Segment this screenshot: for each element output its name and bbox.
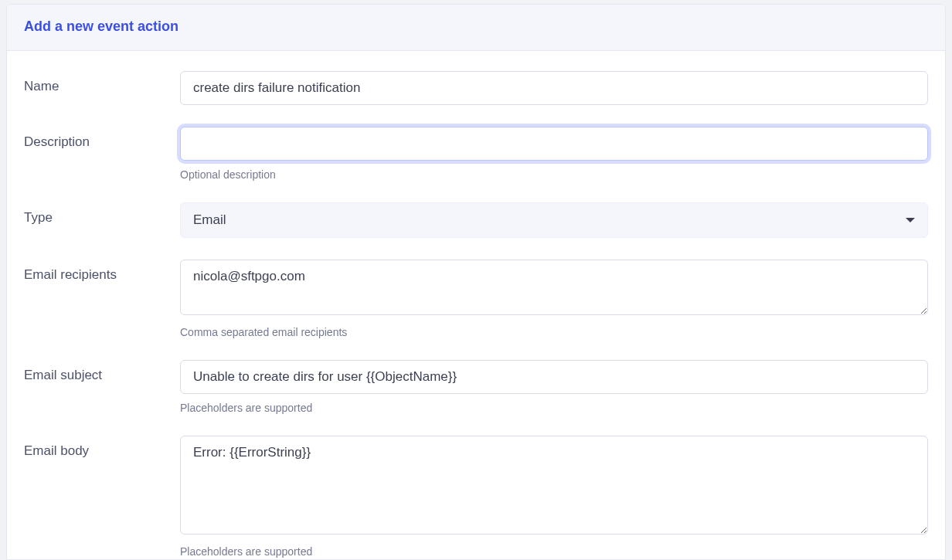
field-type-wrapper: Email xyxy=(180,202,928,238)
type-select-display[interactable]: Email xyxy=(180,202,928,238)
label-type: Type xyxy=(24,202,180,226)
row-body: Email body Placeholders are supported xyxy=(24,436,928,558)
row-type: Type Email xyxy=(24,202,928,238)
hint-description: Optional description xyxy=(180,168,928,181)
field-name-wrapper xyxy=(180,71,928,105)
recipients-textarea[interactable] xyxy=(180,260,928,315)
hint-recipients: Comma separated email recipients xyxy=(180,326,928,338)
field-recipients-wrapper: Comma separated email recipients xyxy=(180,260,928,338)
hint-subject: Placeholders are supported xyxy=(180,402,928,414)
row-subject: Email subject Placeholders are supported xyxy=(24,360,928,414)
type-select[interactable]: Email xyxy=(180,202,928,238)
subject-input[interactable] xyxy=(180,360,928,394)
panel-header: Add a new event action xyxy=(7,5,945,51)
row-recipients: Email recipients Comma separated email r… xyxy=(24,260,928,338)
chevron-down-icon xyxy=(906,218,915,222)
label-body: Email body xyxy=(24,436,180,459)
panel-title: Add a new event action xyxy=(24,19,928,35)
hint-body: Placeholders are supported xyxy=(180,545,928,558)
event-action-panel: Add a new event action Name Description … xyxy=(6,4,946,560)
label-recipients: Email recipients xyxy=(24,260,180,283)
name-input[interactable] xyxy=(180,71,928,105)
label-name: Name xyxy=(24,71,180,94)
field-body-wrapper: Placeholders are supported xyxy=(180,436,928,558)
label-description: Description xyxy=(24,127,180,150)
panel-body: Name Description Optional description Ty… xyxy=(7,51,945,558)
label-subject: Email subject xyxy=(24,360,180,383)
field-subject-wrapper: Placeholders are supported xyxy=(180,360,928,414)
body-textarea[interactable] xyxy=(180,436,928,535)
row-name: Name xyxy=(24,71,928,105)
type-select-value: Email xyxy=(193,212,226,228)
row-description: Description Optional description xyxy=(24,127,928,181)
description-input[interactable] xyxy=(180,127,928,161)
field-description-wrapper: Optional description xyxy=(180,127,928,181)
